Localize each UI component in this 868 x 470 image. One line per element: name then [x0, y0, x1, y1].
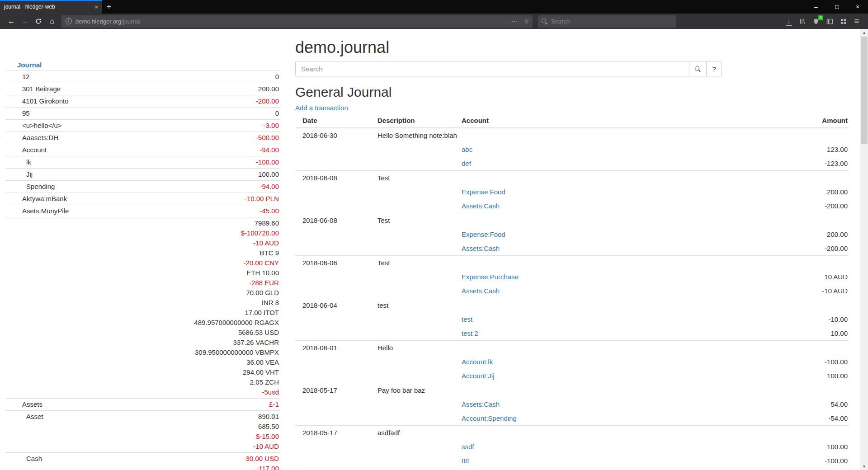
sidebar-account-link[interactable]: <u>hello</u>	[5, 121, 62, 131]
sidebar-icon	[826, 18, 833, 25]
page-actions-icon[interactable]: ⋯	[508, 18, 520, 25]
posting-account-link[interactable]: tttt	[462, 457, 469, 465]
journal-search-input[interactable]	[295, 61, 689, 76]
sidebar-account-balance: 890.01685.50$-15.00-10 AUD	[143, 411, 280, 453]
posting-row: Assets:Cash-200.00	[295, 199, 849, 213]
sidebar-account-link[interactable]: Account	[5, 145, 47, 155]
sidebar-account-link[interactable]: 12	[5, 72, 30, 82]
sidebar-account-row: Assets£-1	[5, 399, 280, 411]
window-controls: – ×	[806, 0, 868, 14]
sidebar-account-link[interactable]: Assets	[5, 400, 42, 409]
journal-search-button[interactable]	[689, 61, 707, 76]
transaction-description: Hello	[377, 341, 749, 355]
posting-account-link[interactable]: test 2	[462, 329, 478, 337]
sidebar-account-link[interactable]: Cash	[5, 454, 42, 464]
posting-row: Account:Spending-54.00	[295, 411, 849, 426]
posting-account-link[interactable]: Assets:Cash	[462, 287, 500, 295]
maximize-button[interactable]	[826, 0, 847, 14]
posting-account-link[interactable]: Expense:Food	[462, 188, 505, 196]
sidebar-account-row: Asset890.01685.50$-15.00-10 AUD	[5, 411, 280, 453]
posting-row: test 210.00	[295, 326, 849, 341]
extension-badge: 0	[818, 15, 823, 20]
sidebar-account-row: Aktywa:mBank-10.00 PLN	[5, 193, 280, 205]
url-host: demo.hledger.org	[75, 18, 121, 25]
transaction-date: 2018-06-04	[295, 298, 377, 313]
posting-account-link[interactable]: Assets:Cash	[462, 202, 500, 210]
sidebar-account-balance: -100.00	[143, 156, 280, 169]
grid-button[interactable]	[836, 15, 850, 28]
transaction-description: Test	[377, 468, 749, 470]
posting-amount: 123.00	[749, 142, 849, 156]
sidebar-account-link[interactable]: 95	[5, 108, 30, 118]
download-button[interactable]: ↓	[782, 15, 796, 28]
posting-account-link[interactable]: abc	[462, 146, 472, 153]
sidebar-journal-link[interactable]: Journal	[17, 61, 42, 69]
back-button[interactable]: ←	[5, 15, 18, 28]
posting-account-link[interactable]: Assets:Cash	[462, 400, 500, 408]
transaction-row: 2018-06-04test	[295, 298, 849, 313]
search-help-button[interactable]: ?	[707, 61, 722, 76]
sidebar-account-balance: -3.00	[143, 120, 280, 132]
tab-title: journal - hledger-web	[4, 4, 91, 10]
sidebar-account-link[interactable]: Asets:MunyPile	[5, 206, 69, 216]
sidebar-account-link[interactable]: Aaasets:DH	[5, 133, 58, 143]
home-button[interactable]: ⌂	[45, 15, 59, 28]
reload-button[interactable]	[32, 15, 45, 28]
sidebar-account-row: Account-94.00	[5, 144, 280, 156]
posting-row: def-123.00	[295, 156, 849, 171]
posting-account-link[interactable]: Account:lk	[462, 358, 493, 366]
scrollbar-up-arrow[interactable]: ▲	[860, 29, 868, 36]
transaction-description: Hello Something note:blah	[377, 128, 749, 142]
tab-close-icon[interactable]: ×	[94, 4, 98, 10]
posting-account-link[interactable]: Expense:Purchase	[462, 273, 519, 281]
sidebar-toggle-button[interactable]	[823, 15, 836, 28]
browser-chrome: journal - hledger-web × + – × ← → ⌂ i de…	[0, 0, 868, 29]
site-info-icon[interactable]: i	[66, 18, 72, 24]
sidebar-account-link[interactable]: Jij	[5, 169, 33, 179]
url-path: /journal	[121, 18, 141, 25]
posting-account-link[interactable]: ssdf	[462, 443, 474, 451]
url-bar[interactable]: i demo.hledger.org/journal ⋯ ☆	[61, 15, 533, 28]
col-header-account: Account	[462, 114, 749, 128]
add-transaction-link[interactable]: Add a transaction	[295, 104, 348, 112]
browser-search-bar[interactable]: Search	[538, 15, 676, 28]
browser-tab[interactable]: journal - hledger-web ×	[0, 0, 102, 14]
library-button[interactable]	[796, 15, 809, 28]
forward-button[interactable]: →	[18, 15, 32, 28]
sidebar-account-row: Cash-30.00 USD-117.00	[5, 453, 280, 470]
page-scrollbar[interactable]: ▲ ▼	[860, 29, 868, 470]
transaction-date: 2018-05-17	[295, 426, 377, 440]
menu-button[interactable]: ≡	[850, 15, 863, 28]
sidebar-account-row: Jij100.00	[5, 169, 280, 181]
sidebar-account-balance: -30.00 USD-117.00	[143, 453, 280, 470]
posting-row: tttt-100.00	[295, 454, 849, 468]
posting-row: Assets:Cash-200.00	[295, 241, 849, 256]
posting-account-link[interactable]: Account:Spending	[462, 414, 517, 422]
sidebar-account-row: 301 Beiträge200.00	[5, 83, 280, 95]
posting-account-link[interactable]: Expense:Food	[462, 230, 505, 238]
sidebar-account-link[interactable]: 4101 Girokonto	[5, 96, 69, 106]
download-icon: ↓	[788, 19, 791, 24]
scrollbar-thumb[interactable]	[861, 37, 868, 144]
sidebar-account-link[interactable]: Spending	[5, 182, 55, 192]
transaction-description: Pay foo bar baz	[377, 383, 749, 398]
posting-account-link[interactable]: def	[462, 160, 471, 167]
sidebar-account-link[interactable]: Aktywa:mBank	[5, 194, 67, 204]
posting-account-link[interactable]: test	[462, 315, 472, 323]
transaction-row: 2018-06-01Hello	[295, 341, 849, 355]
transaction-date: 2018-06-08	[295, 171, 377, 185]
sidebar-account-link[interactable]: lk	[5, 157, 31, 167]
bookmark-star-icon[interactable]: ☆	[520, 18, 533, 25]
posting-account-link[interactable]: Assets:Cash	[462, 244, 500, 252]
library-icon	[799, 18, 806, 25]
col-header-description: Description	[377, 114, 462, 128]
close-button[interactable]: ×	[847, 0, 868, 14]
minimize-button[interactable]: –	[806, 0, 826, 14]
sidebar-account-link[interactable]: 301 Beiträge	[5, 84, 61, 94]
new-tab-button[interactable]: +	[102, 0, 116, 14]
sidebar-account-link[interactable]: Asset	[5, 412, 43, 422]
extension-button[interactable]: 0	[809, 15, 823, 28]
posting-amount: 100.00	[749, 369, 849, 383]
posting-account-link[interactable]: Account:Jij	[462, 372, 495, 380]
scrollbar-down-arrow[interactable]: ▼	[860, 463, 868, 470]
